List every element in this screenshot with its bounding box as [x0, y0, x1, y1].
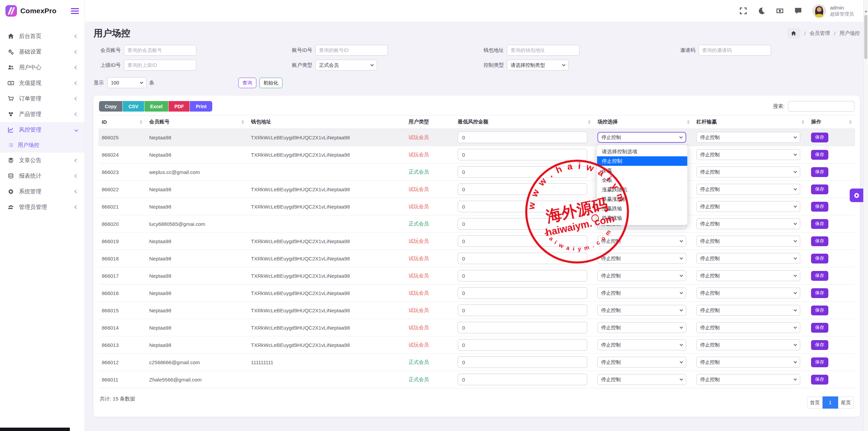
risk-amount-input[interactable]: [458, 305, 587, 316]
excel-button[interactable]: Excel: [144, 101, 169, 112]
pdf-button[interactable]: PDF: [169, 101, 190, 112]
reset-button[interactable]: 初始化: [259, 78, 282, 88]
col-header-id[interactable]: ID: [98, 115, 146, 129]
sidebar-item-reports[interactable]: 报表统计: [0, 168, 84, 184]
dropdown-option[interactable]: 跌赢涨随机: [597, 194, 687, 204]
risk-amount-input[interactable]: [458, 166, 587, 178]
dropdown-option[interactable]: 涨赢跌输: [597, 204, 687, 213]
save-button[interactable]: 保存: [811, 150, 828, 160]
leverage-select[interactable]: 停止控制: [696, 201, 800, 212]
save-button[interactable]: 保存: [811, 219, 828, 229]
query-button[interactable]: 查询: [238, 78, 256, 88]
dropdown-option[interactable]: 全输: [597, 175, 687, 185]
scroll-up-arrow[interactable]: [865, 10, 867, 12]
leverage-select[interactable]: 停止控制: [696, 270, 800, 281]
save-button[interactable]: 保存: [811, 375, 828, 385]
control-type-select[interactable]: 请选择控制类型: [507, 60, 569, 71]
col-header-scene-control[interactable]: 场控选择: [594, 115, 693, 129]
risk-amount-input[interactable]: [458, 287, 587, 299]
fullscreen-icon[interactable]: [739, 7, 747, 15]
risk-amount-input[interactable]: [458, 270, 587, 281]
scene-control-select[interactable]: 停止控制: [597, 305, 686, 316]
wallet-input[interactable]: [507, 45, 579, 56]
scene-control-select[interactable]: 停止控制: [597, 357, 686, 368]
breadcrumb-home-icon[interactable]: [787, 28, 800, 39]
risk-amount-input[interactable]: [458, 356, 587, 368]
leverage-select[interactable]: 停止控制: [696, 236, 800, 247]
scrollbar-thumb[interactable]: [864, 15, 867, 59]
csv-button[interactable]: CSV: [123, 101, 144, 112]
dropdown-option[interactable]: 全赢: [597, 166, 687, 175]
save-button[interactable]: 保存: [811, 306, 828, 315]
scene-control-select[interactable]: 停止控制: [597, 253, 686, 264]
pagination-first[interactable]: 首页: [807, 396, 823, 409]
scene-control-select[interactable]: 停止控制: [597, 288, 686, 298]
settings-fab[interactable]: [850, 189, 863, 202]
page-size-select[interactable]: 100: [107, 77, 146, 88]
member-account-input[interactable]: [124, 45, 196, 56]
save-button[interactable]: 保存: [811, 271, 828, 281]
col-header-leverage[interactable]: 杠杆输赢: [693, 115, 808, 129]
risk-amount-input[interactable]: [458, 201, 587, 212]
risk-amount-input[interactable]: [458, 132, 587, 143]
hamburger-menu-icon[interactable]: [71, 7, 79, 15]
sidebar-item-admins[interactable]: 管理员管理: [0, 199, 84, 215]
scene-control-select[interactable]: 停止控制: [597, 270, 686, 281]
risk-amount-input[interactable]: [458, 322, 587, 333]
leverage-select[interactable]: 停止控制: [696, 357, 800, 368]
col-header-actions[interactable]: 操作: [808, 115, 855, 129]
leverage-select[interactable]: 停止控制: [696, 322, 800, 333]
dark-mode-moon-icon[interactable]: [757, 7, 766, 15]
breadcrumb-member-management[interactable]: 会员管理: [810, 30, 830, 37]
money-icon[interactable]: [776, 7, 784, 15]
save-button[interactable]: 保存: [811, 202, 828, 212]
dropdown-option[interactable]: 跌赢涨输: [597, 213, 687, 223]
print-button[interactable]: Print: [190, 101, 212, 112]
sidebar-item-risk-management[interactable]: 风控管理: [0, 122, 84, 138]
risk-amount-input[interactable]: [458, 374, 587, 385]
copy-button[interactable]: Copy: [99, 101, 122, 112]
save-button[interactable]: 保存: [811, 236, 828, 246]
chat-icon[interactable]: [794, 7, 802, 15]
leverage-select[interactable]: 停止控制: [696, 132, 800, 143]
sidebar-item-products[interactable]: 产品管理: [0, 106, 84, 122]
scene-control-select[interactable]: 停止控制: [597, 339, 686, 350]
leverage-select[interactable]: 停止控制: [696, 166, 800, 177]
leverage-select[interactable]: 停止控制: [696, 149, 800, 160]
sidebar-item-dashboard[interactable]: 后台首页: [0, 28, 84, 44]
dropdown-option[interactable]: 停止控制: [597, 156, 687, 166]
leverage-select[interactable]: 停止控制: [696, 184, 800, 195]
leverage-select[interactable]: 停止控制: [696, 339, 800, 350]
sidebar-item-articles[interactable]: 文章公告: [0, 153, 84, 168]
risk-amount-input[interactable]: [458, 149, 587, 160]
sidebar-item-user-scene-control[interactable]: 用户场控: [0, 138, 84, 153]
leverage-select[interactable]: 停止控制: [696, 305, 800, 316]
scene-control-select[interactable]: 停止控制: [597, 374, 686, 385]
pagination-last[interactable]: 尾页: [838, 396, 854, 409]
save-button[interactable]: 保存: [811, 133, 828, 142]
sidebar-item-basic-settings[interactable]: 基础设置: [0, 44, 84, 60]
risk-amount-input[interactable]: [458, 339, 587, 351]
admin-profile[interactable]: admin 超级管理员: [812, 4, 854, 18]
invite-code-input[interactable]: [698, 45, 771, 56]
parent-id-input[interactable]: [124, 60, 196, 71]
risk-amount-input[interactable]: [458, 235, 587, 247]
save-button[interactable]: 保存: [811, 184, 828, 194]
save-button[interactable]: 保存: [811, 288, 828, 298]
sidebar-item-deposit-withdraw[interactable]: 充值提现: [0, 75, 84, 91]
pagination-current[interactable]: 1: [823, 396, 838, 409]
save-button[interactable]: 保存: [811, 254, 828, 263]
leverage-select[interactable]: 停止控制: [696, 374, 800, 385]
leverage-select[interactable]: 停止控制: [696, 253, 800, 264]
sidebar-item-orders[interactable]: 订单管理: [0, 91, 84, 106]
sidebar-item-user-center[interactable]: 用户中心: [0, 60, 84, 75]
table-search-input[interactable]: [788, 101, 854, 112]
sidebar-item-system[interactable]: 系统管理: [0, 184, 84, 199]
dropdown-option[interactable]: 请选择控制选项: [597, 147, 687, 156]
risk-amount-input[interactable]: [458, 218, 587, 230]
account-id-input[interactable]: [315, 45, 388, 56]
leverage-select[interactable]: 停止控制: [696, 218, 800, 229]
risk-amount-input[interactable]: [458, 253, 587, 264]
save-button[interactable]: 保存: [811, 167, 828, 177]
leverage-select[interactable]: 停止控制: [696, 288, 800, 298]
